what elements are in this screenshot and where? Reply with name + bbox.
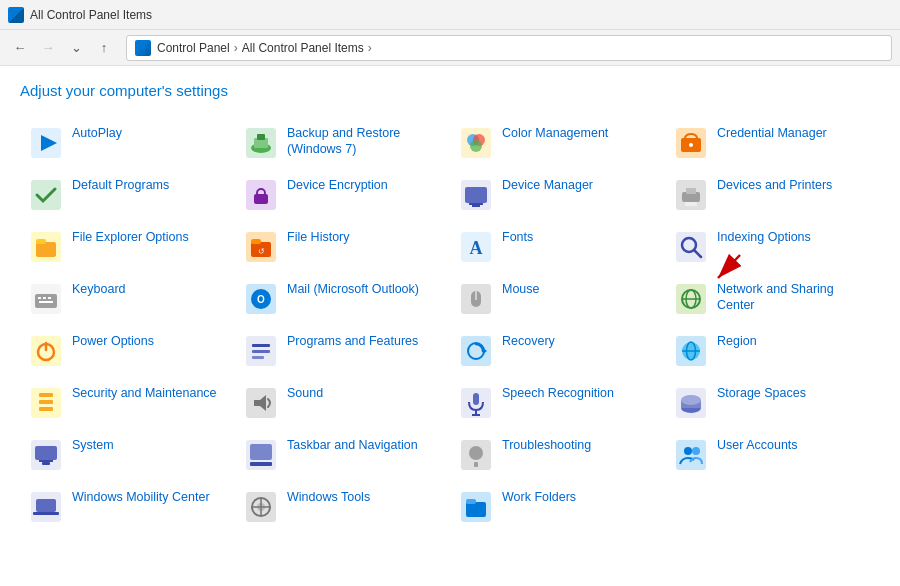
item-device-encryption[interactable]: Device Encryption — [235, 169, 450, 221]
file-explorer-options-label: File Explorer Options — [72, 229, 189, 245]
address-icon — [135, 40, 151, 56]
breadcrumb-separator-2: › — [368, 41, 372, 55]
svg-rect-69 — [39, 393, 53, 397]
svg-rect-28 — [36, 239, 46, 244]
address-bar[interactable]: Control Panel › All Control Panel Items … — [126, 35, 892, 61]
forward-button[interactable]: → — [36, 36, 60, 60]
svg-text:O: O — [257, 294, 265, 305]
nav-bar: ← → ⌄ ↑ Control Panel › All Control Pane… — [0, 30, 900, 66]
item-windows-mobility[interactable]: Windows Mobility Center — [20, 481, 235, 533]
taskbar-navigation-label: Taskbar and Navigation — [287, 437, 418, 453]
item-work-folders[interactable]: Work Folders — [450, 481, 665, 533]
programs-features-label: Programs and Features — [287, 333, 418, 349]
power-options-icon — [30, 335, 62, 367]
default-programs-label: Default Programs — [72, 177, 169, 193]
svg-rect-16 — [254, 194, 268, 204]
svg-point-13 — [689, 143, 693, 147]
item-storage-spaces[interactable]: Storage Spaces — [665, 377, 880, 429]
svg-rect-88 — [250, 462, 272, 466]
item-fonts[interactable]: AFonts — [450, 221, 665, 273]
breadcrumb-separator-1: › — [234, 41, 238, 55]
items-grid: AutoPlayBackup and Restore (Windows 7)Co… — [20, 117, 880, 533]
svg-rect-85 — [42, 462, 50, 465]
svg-rect-40 — [38, 297, 41, 299]
breadcrumb: Control Panel — [157, 41, 230, 55]
work-folders-label: Work Folders — [502, 489, 576, 505]
speech-recognition-icon — [460, 387, 492, 419]
item-recovery[interactable]: Recovery — [450, 325, 665, 377]
network-sharing-icon — [675, 283, 707, 315]
item-programs-features[interactable]: Programs and Features — [235, 325, 450, 377]
svg-rect-21 — [472, 205, 480, 207]
item-system[interactable]: System — [20, 429, 235, 481]
item-troubleshooting[interactable]: Troubleshooting — [450, 429, 665, 481]
windows-mobility-icon — [30, 491, 62, 523]
svg-rect-24 — [686, 188, 696, 194]
keyboard-icon — [30, 283, 62, 315]
storage-spaces-label: Storage Spaces — [717, 385, 806, 401]
power-options-label: Power Options — [72, 333, 154, 349]
item-devices-printers[interactable]: Devices and Printers — [665, 169, 880, 221]
item-power-options[interactable]: Power Options — [20, 325, 235, 377]
network-sharing-label: Network and Sharing Center — [717, 281, 870, 314]
backup-restore-icon — [245, 127, 277, 159]
back-button[interactable]: ← — [8, 36, 32, 60]
svg-rect-60 — [252, 356, 264, 359]
backup-restore-label: Backup and Restore (Windows 7) — [287, 125, 440, 158]
svg-rect-58 — [252, 344, 270, 347]
mail-outlook-icon: O — [245, 283, 277, 315]
item-mouse[interactable]: Mouse — [450, 273, 665, 325]
window-title: All Control Panel Items — [30, 8, 152, 22]
item-region[interactable]: Region — [665, 325, 880, 377]
svg-rect-20 — [469, 203, 483, 205]
item-device-manager[interactable]: Device Manager — [450, 169, 665, 221]
item-mail-outlook[interactable]: OMail (Microsoft Outlook) — [235, 273, 450, 325]
work-folders-icon — [460, 491, 492, 523]
item-file-explorer-options[interactable]: File Explorer Options — [20, 221, 235, 273]
item-autoplay[interactable]: AutoPlay — [20, 117, 235, 169]
keyboard-label: Keyboard — [72, 281, 126, 297]
item-security-maintenance[interactable]: Security and Maintenance — [20, 377, 235, 429]
indexing-options-icon — [675, 231, 707, 263]
mouse-icon — [460, 283, 492, 315]
page-title: Adjust your computer's settings — [20, 82, 880, 99]
item-user-accounts[interactable]: User Accounts — [665, 429, 880, 481]
up-button[interactable]: ↑ — [92, 36, 116, 60]
item-speech-recognition[interactable]: Speech Recognition — [450, 377, 665, 429]
svg-rect-96 — [36, 499, 56, 512]
svg-rect-19 — [465, 187, 487, 203]
recent-button[interactable]: ⌄ — [64, 36, 88, 60]
svg-rect-25 — [685, 202, 697, 206]
svg-rect-59 — [252, 350, 270, 353]
item-credential-manager[interactable]: Credential Manager — [665, 117, 880, 169]
item-taskbar-navigation[interactable]: Taskbar and Navigation — [235, 429, 450, 481]
recovery-icon — [460, 335, 492, 367]
item-sound[interactable]: Sound — [235, 377, 450, 429]
svg-rect-70 — [39, 400, 53, 404]
devices-printers-label: Devices and Printers — [717, 177, 832, 193]
item-file-history[interactable]: ↺File History — [235, 221, 450, 273]
svg-point-81 — [681, 395, 701, 405]
main-content: Adjust your computer's settings AutoPlay… — [0, 66, 900, 586]
item-keyboard[interactable]: Keyboard — [20, 273, 235, 325]
credential-manager-icon — [675, 127, 707, 159]
item-default-programs[interactable]: Default Programs — [20, 169, 235, 221]
item-color-management[interactable]: Color Management — [450, 117, 665, 169]
autoplay-icon — [30, 127, 62, 159]
svg-rect-43 — [39, 301, 53, 303]
item-windows-tools[interactable]: Windows Tools — [235, 481, 450, 533]
item-network-sharing[interactable]: Network and Sharing Center — [665, 273, 880, 325]
system-label: System — [72, 437, 114, 453]
svg-point-90 — [469, 446, 483, 460]
svg-rect-91 — [474, 462, 478, 467]
item-indexing-options[interactable]: Indexing Options — [665, 221, 880, 273]
item-backup-restore[interactable]: Backup and Restore (Windows 7) — [235, 117, 450, 169]
device-encryption-icon — [245, 179, 277, 211]
sound-icon — [245, 387, 277, 419]
svg-rect-87 — [250, 444, 272, 460]
taskbar-navigation-icon — [245, 439, 277, 471]
svg-rect-92 — [676, 440, 706, 470]
speech-recognition-label: Speech Recognition — [502, 385, 614, 401]
color-management-icon — [460, 127, 492, 159]
device-manager-label: Device Manager — [502, 177, 593, 193]
